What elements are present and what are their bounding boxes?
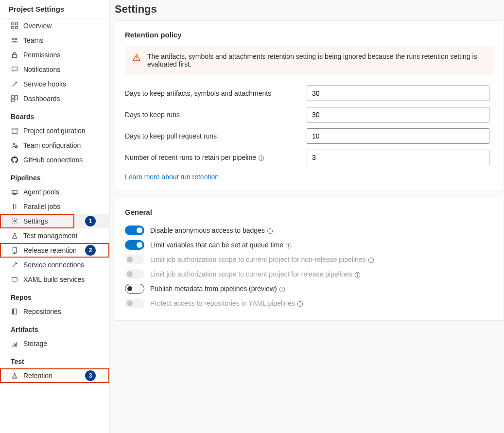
sidebar-item-service-hooks[interactable]: Service hooks bbox=[0, 77, 109, 91]
sidebar-item-label: Teams bbox=[23, 36, 43, 44]
toggle-limit-variables-that-can-be-set-at-queue-time[interactable] bbox=[125, 240, 144, 250]
hook-icon bbox=[11, 81, 18, 87]
sidebar-item-permissions[interactable]: Permissions bbox=[0, 48, 109, 62]
sidebar-item-notifications[interactable]: Notifications bbox=[0, 62, 109, 77]
retention-row-number-of-recent-runs-to-retain-per-pipeline: Number of recent runs to retain per pipe… bbox=[125, 150, 494, 165]
info-icon[interactable] bbox=[258, 155, 264, 161]
general-row-disable-anonymous-access-to-badges: Disable anonymous access to badges bbox=[125, 223, 494, 238]
callout-badge: 2 bbox=[85, 245, 96, 256]
general-row-protect-access-to-repositories-in-yaml-pipelines: Protect access to repositories in YAML p… bbox=[125, 296, 494, 311]
gear-icon bbox=[11, 218, 18, 225]
sidebar-item-label: Storage bbox=[23, 340, 47, 347]
sidebar-item-label: GitHub connections bbox=[23, 156, 83, 164]
sidebar-item-overview[interactable]: Overview bbox=[0, 18, 109, 33]
sidebar-item-test-management[interactable]: Test management bbox=[0, 228, 109, 243]
sidebar-item-label: Team configuration bbox=[23, 141, 81, 149]
sidebar-item-github-connections[interactable]: GitHub connections bbox=[0, 153, 109, 167]
sidebar-item-team-configuration[interactable]: Team configuration bbox=[0, 138, 109, 153]
sidebar-item-label: Dashboards bbox=[23, 95, 60, 103]
toggle-knob bbox=[127, 286, 132, 291]
sidebar-item-xaml-build-services[interactable]: XAML build services bbox=[0, 272, 109, 287]
retention-row-days-to-keep-artifacts-symbols-and-attachments: Days to keep artifacts, symbols and atta… bbox=[125, 86, 494, 101]
sidebar-item-storage[interactable]: Storage bbox=[0, 336, 109, 351]
sidebar-item-repositories[interactable]: Repositories bbox=[0, 304, 109, 319]
sidebar-item-label: Test management bbox=[23, 232, 77, 240]
info-icon[interactable] bbox=[354, 272, 361, 278]
sidebar: Project Settings OverviewTeamsPermission… bbox=[0, 0, 110, 433]
sidebar-section-test: Test bbox=[0, 351, 109, 368]
retention-row-days-to-keep-runs: Days to keep runs bbox=[125, 107, 494, 122]
sidebar-item-label: XAML build services bbox=[23, 276, 85, 283]
info-icon[interactable] bbox=[285, 242, 292, 249]
hook-icon bbox=[11, 261, 18, 268]
toggle-knob bbox=[137, 242, 142, 248]
sidebar-title: Project Settings bbox=[0, 0, 109, 18]
sidebar-item-label: Retention bbox=[23, 372, 52, 380]
retention-warning: The artifacts, symbols and attachments r… bbox=[125, 46, 494, 75]
toggle-limit-job-authorization-scope-to-current-project-for-release-pipelines bbox=[125, 269, 144, 279]
toggle-publish-metadata-from-pipelines-preview[interactable] bbox=[125, 284, 144, 294]
toggle-label: Publish metadata from pipelines (preview… bbox=[150, 285, 285, 293]
retention-row-days-to-keep-pull-request-runs: Days to keep pull request runs bbox=[125, 128, 494, 144]
general-heading: General bbox=[125, 208, 494, 216]
sidebar-item-label: Agent pools bbox=[23, 188, 59, 196]
toggle-label: Disable anonymous access to badges bbox=[150, 226, 273, 234]
retention-label: Days to keep artifacts, symbols and atta… bbox=[125, 89, 307, 97]
retention-label: Days to keep pull request runs bbox=[125, 132, 307, 140]
sidebar-item-teams[interactable]: Teams bbox=[0, 33, 109, 48]
sidebar-item-dashboards[interactable]: Dashboards bbox=[0, 91, 109, 106]
sidebar-item-settings[interactable]: Settings1 bbox=[0, 214, 109, 228]
grid-icon bbox=[11, 22, 18, 29]
toggle-label: Limit job authorization scope to current… bbox=[150, 256, 374, 263]
callout-badge: 3 bbox=[85, 370, 96, 381]
sidebar-item-release-retention[interactable]: Release retention2 bbox=[0, 243, 109, 258]
sidebar-item-label: Settings bbox=[23, 217, 48, 225]
retention-warning-text: The artifacts, symbols and attachments r… bbox=[147, 52, 486, 68]
retention-card: Retention policy The artifacts, symbols … bbox=[115, 20, 504, 191]
info-icon[interactable] bbox=[267, 228, 273, 234]
sidebar-item-label: Service connections bbox=[23, 261, 84, 269]
toggle-knob bbox=[127, 300, 133, 306]
learn-more-link[interactable]: Learn more about run retention bbox=[125, 173, 219, 181]
toggle-knob bbox=[127, 257, 133, 262]
retention-input-days-to-keep-artifacts-symbols-and-attachments[interactable] bbox=[307, 86, 489, 101]
sidebar-item-label: Release retention bbox=[23, 246, 77, 254]
general-row-publish-metadata-from-pipelines-preview: Publish metadata from pipelines (preview… bbox=[125, 281, 494, 296]
toggle-limit-job-authorization-scope-to-current-project-for-non-release-pipelines bbox=[125, 255, 144, 264]
general-card: General Disable anonymous access to badg… bbox=[115, 198, 504, 321]
teams-icon bbox=[11, 37, 18, 44]
toggle-disable-anonymous-access-to-badges[interactable] bbox=[125, 225, 144, 235]
dash-icon bbox=[11, 95, 18, 102]
info-icon[interactable] bbox=[368, 257, 374, 263]
toggle-label: Protect access to repositories in YAML p… bbox=[150, 299, 303, 307]
sidebar-section-pipelines: Pipelines bbox=[0, 167, 109, 185]
repo-icon bbox=[11, 308, 18, 315]
chart-icon bbox=[11, 340, 18, 347]
toggle-knob bbox=[127, 271, 133, 277]
parallel-icon bbox=[11, 203, 18, 210]
info-icon[interactable] bbox=[297, 301, 303, 307]
github-icon bbox=[11, 156, 18, 163]
toggle-knob bbox=[137, 227, 142, 233]
general-row-limit-variables-that-can-be-set-at-queue-time: Limit variables that can be set at queue… bbox=[125, 238, 494, 252]
retention-input-days-to-keep-runs[interactable] bbox=[307, 107, 489, 122]
lock-icon bbox=[11, 52, 18, 58]
sidebar-item-label: Project configuration bbox=[23, 127, 86, 135]
sidebar-item-label: Overview bbox=[23, 22, 52, 30]
retention-heading: Retention policy bbox=[125, 31, 494, 39]
general-row-limit-job-authorization-scope-to-current-project-for-non-release-pipelines: Limit job authorization scope to current… bbox=[125, 252, 494, 267]
phone-icon bbox=[11, 247, 18, 254]
retention-input-number-of-recent-runs-to-retain-per-pipeline[interactable] bbox=[307, 150, 489, 165]
sidebar-item-retention[interactable]: Retention3 bbox=[0, 368, 109, 383]
sidebar-item-label: Permissions bbox=[23, 51, 60, 59]
retention-input-days-to-keep-pull-request-runs[interactable] bbox=[307, 128, 489, 144]
info-icon[interactable] bbox=[279, 286, 285, 293]
flask-icon bbox=[11, 232, 18, 239]
retain-icon bbox=[11, 372, 18, 379]
sidebar-item-service-connections[interactable]: Service connections bbox=[0, 258, 109, 272]
sidebar-item-agent-pools[interactable]: Agent pools bbox=[0, 185, 109, 199]
sidebar-item-parallel-jobs[interactable]: Parallel jobs bbox=[0, 199, 109, 214]
sidebar-item-project-configuration[interactable]: Project configuration bbox=[0, 123, 109, 138]
agent-icon bbox=[11, 189, 18, 195]
main-content: Settings Retention policy The artifacts,… bbox=[110, 0, 504, 433]
